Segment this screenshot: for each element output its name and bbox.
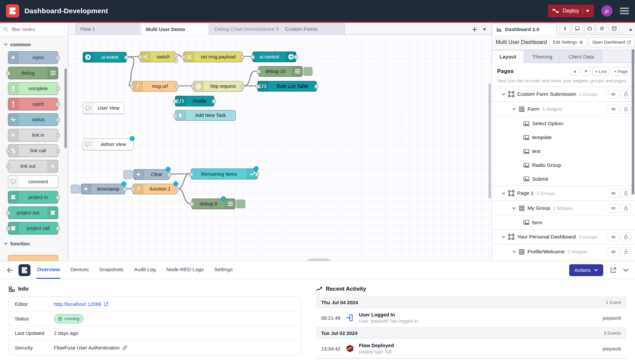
node-clear-inject[interactable]: Clear (133, 169, 170, 180)
tree-row-group[interactable]: Form 5 Widgets (492, 102, 635, 117)
palette-node-link-call[interactable]: link call (8, 144, 58, 157)
unlock-icon[interactable] (620, 90, 631, 99)
port[interactable] (241, 85, 245, 89)
port[interactable] (175, 85, 179, 89)
visibility-eye-icon[interactable] (608, 105, 618, 114)
node-set-msg-payload[interactable]: set msg.payload (183, 52, 243, 62)
tree-row-page[interactable]: Your Personal Dashboard 3 Groups (492, 230, 635, 244)
canvas-scrollbar[interactable] (488, 84, 491, 199)
activity-event-row[interactable]: 08:21:49 User Logged In User 'joepavitt'… (316, 308, 626, 328)
port[interactable] (175, 187, 179, 191)
port[interactable] (189, 172, 193, 176)
tab-devices[interactable]: Devices (70, 261, 89, 279)
port[interactable] (190, 202, 194, 206)
port[interactable] (130, 85, 134, 89)
port[interactable] (315, 85, 318, 89)
tree-row-widget[interactable]: form (492, 216, 635, 230)
edit-settings-button[interactable]: Edit Settings (550, 37, 586, 47)
node-msg-url[interactable]: f msg.url (132, 81, 177, 91)
port[interactable] (56, 133, 60, 137)
node-timestamp-inject[interactable]: timestamp (81, 184, 125, 194)
node-debug-9[interactable]: debug 9 (191, 199, 235, 209)
panel-drag-handle[interactable] (308, 259, 329, 261)
visibility-eye-icon[interactable] (608, 233, 618, 241)
tab-flow-1[interactable]: Flow 1 (75, 23, 140, 34)
unlock-icon[interactable] (620, 105, 631, 114)
port[interactable] (56, 227, 60, 231)
sidebar-scrollbar[interactable] (632, 49, 634, 195)
port[interactable] (56, 87, 60, 91)
editor-link[interactable]: http://localhost:12086 (54, 301, 108, 307)
unlock-icon[interactable] (620, 204, 631, 213)
visibility-eye-icon[interactable] (608, 204, 618, 213)
port[interactable] (56, 56, 60, 60)
palette-node-status[interactable]: status (8, 113, 58, 126)
deploy-button[interactable]: Deploy (548, 5, 594, 17)
port[interactable] (6, 227, 10, 231)
visibility-eye-icon[interactable] (608, 90, 618, 99)
palette-node-project-in[interactable]: project in (8, 191, 58, 203)
main-menu-icon[interactable] (620, 8, 629, 14)
tab-audit-log[interactable]: Audit Log (133, 261, 156, 279)
tab-client-data[interactable]: Client Data (561, 50, 602, 63)
expand-all-button[interactable] (581, 67, 590, 76)
chevron-down-icon[interactable] (512, 251, 516, 253)
chevron-down-icon[interactable] (502, 236, 505, 238)
help-book-icon[interactable] (572, 24, 582, 33)
add-link-button[interactable]: + Link (592, 67, 609, 76)
port[interactable] (256, 85, 260, 89)
chevron-down-icon[interactable] (502, 192, 505, 195)
port[interactable] (240, 55, 244, 59)
port[interactable] (173, 99, 177, 103)
node-http-request[interactable]: http request (193, 81, 243, 91)
collapse-all-button[interactable] (571, 67, 579, 76)
tab-dashboard-2[interactable]: Dashboard 2.0 (492, 23, 557, 35)
port[interactable] (191, 85, 195, 89)
chevron-down-icon[interactable] (512, 108, 516, 110)
tab-snapshots[interactable]: Snapshots (99, 261, 124, 279)
palette-node-complete[interactable]: complete (8, 82, 58, 95)
tab-settings[interactable]: Settings (214, 261, 233, 279)
tab-overview[interactable]: Overview (36, 261, 61, 279)
deploy-caret-icon[interactable] (586, 10, 589, 12)
tree-row-widget[interactable]: Submit (492, 172, 635, 186)
config-gear-icon[interactable] (597, 24, 607, 33)
tree-row-group[interactable]: Profile/Welcome 2 Widgets (492, 244, 635, 259)
inject-button[interactable] (71, 185, 80, 193)
palette-node-debug[interactable]: debug (8, 67, 58, 79)
node-admin-view-comment[interactable]: Admin View (83, 138, 134, 150)
node-profile[interactable]: Profile (175, 96, 214, 106)
port[interactable] (294, 55, 298, 59)
port[interactable] (173, 114, 177, 118)
activity-event-row[interactable]: 13:34:42 Flow Deployed Deploy type 'full… (316, 339, 626, 358)
palette-filter-input[interactable] (11, 26, 59, 32)
sidebar-caret-icon[interactable] (629, 29, 632, 31)
tree-row-widget[interactable]: text (492, 144, 635, 158)
tab-node-red-logs[interactable]: Node-RED Logs (166, 261, 204, 279)
port[interactable] (123, 187, 127, 191)
tree-row-page[interactable]: Custom Form Submission 1 Groups (492, 87, 635, 102)
tab-multi-user-demo[interactable]: Multi User Demo (141, 23, 209, 35)
port[interactable] (174, 59, 178, 63)
actions-button[interactable]: Actions (569, 264, 603, 276)
tree-row-widget[interactable]: Select Option: (492, 117, 635, 130)
palette-node-project-call[interactable]: project call (8, 222, 58, 235)
flow-canvas[interactable]: ui-event switch set msg.payload ui contr… (68, 35, 491, 261)
node-remaining-items[interactable]: Remaining Items (191, 168, 258, 179)
port[interactable] (56, 196, 60, 200)
inject-button[interactable] (123, 170, 133, 179)
tab-layout[interactable]: Layout (492, 50, 524, 63)
port[interactable] (257, 70, 261, 74)
node-switch[interactable]: switch (140, 52, 176, 62)
open-dashboard-button[interactable]: Open Dashboard (589, 37, 634, 47)
palette-section-common[interactable]: common (0, 36, 68, 51)
port[interactable] (6, 149, 10, 153)
unlock-icon[interactable] (620, 247, 631, 256)
port[interactable] (182, 55, 186, 59)
tree-row-widget[interactable]: Radio Group (492, 158, 635, 172)
debug-bug-icon[interactable] (584, 24, 595, 33)
visibility-eye-icon[interactable] (608, 247, 618, 256)
port[interactable] (6, 211, 10, 215)
context-layers-icon[interactable] (609, 24, 619, 33)
port[interactable] (6, 71, 10, 75)
